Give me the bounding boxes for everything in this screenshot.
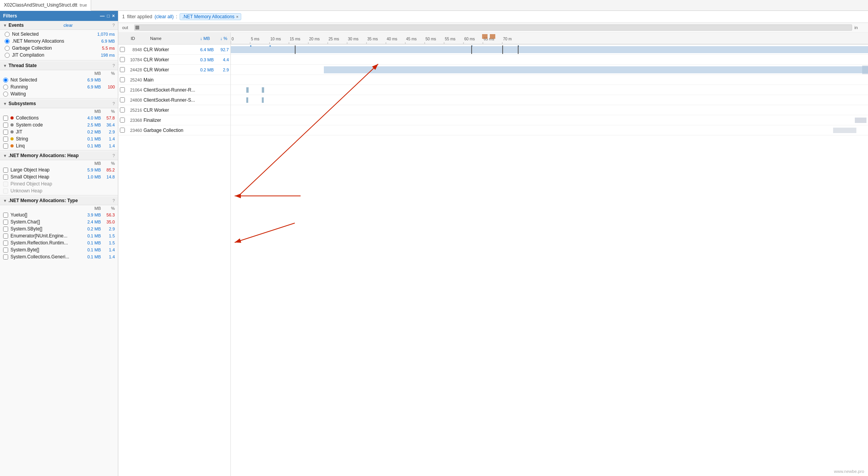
row-25216-check[interactable]	[120, 107, 125, 113]
out-slider[interactable]	[134, 24, 852, 31]
table-row[interactable]: 23368 Finalizer	[118, 115, 230, 125]
ts-waiting-radio[interactable]	[3, 92, 8, 97]
col-name-header[interactable]: Name	[150, 36, 185, 41]
table-row[interactable]: 24428 CLR Worker 0.2 MB 2.9	[118, 65, 230, 75]
ts-running-radio[interactable]	[3, 85, 8, 90]
heap-help-icon[interactable]: ?	[112, 153, 115, 158]
events-collapse-icon[interactable]: ▼	[3, 23, 7, 28]
event-not-selected-radio[interactable]	[5, 32, 10, 37]
table-row[interactable]: 8948 CLR Worker 6.4 MB 92.7	[118, 45, 230, 55]
table-row[interactable]: 25216 CLR Worker	[118, 105, 230, 115]
row-10784-check[interactable]	[120, 57, 125, 62]
event-gc-label: Garbage Collection	[12, 45, 91, 51]
event-jit-radio[interactable]	[5, 53, 10, 58]
row-21064-check[interactable]	[120, 87, 125, 92]
type-char-row[interactable]: System.Char[] 2.4 MB 35.0	[0, 218, 118, 225]
type-help-icon[interactable]: ?	[112, 198, 115, 203]
sub-string-check[interactable]	[3, 137, 8, 142]
table-row[interactable]: 23460 Garbage Collection	[118, 125, 230, 135]
events-section: Not Selected 1,070 ms .NET Memory Alloca…	[0, 30, 118, 59]
type-collections-row[interactable]: System.Collections.Generi... 0.1 MB 1.4	[0, 253, 118, 260]
type-yueluo-check[interactable]	[3, 213, 8, 218]
type-reflection-mb: 0.1 MB	[83, 241, 101, 245]
filter-clear-all[interactable]: (clear all)	[154, 14, 173, 19]
thread-state-help-icon[interactable]: ?	[112, 63, 115, 68]
tab-close-button[interactable]: true	[80, 3, 87, 7]
table-row[interactable]: 25240 Main	[118, 75, 230, 85]
ts-running-row[interactable]: Running 6.9 MB 100	[0, 83, 118, 90]
table-row[interactable]: 10784 CLR Worker 0.3 MB 4.4	[118, 55, 230, 65]
subsystems-section-header: ▼ Subsystems ?	[0, 99, 118, 108]
type-enumerator-mb: 0.1 MB	[83, 234, 101, 238]
sub-string-pct: 1.4	[103, 137, 115, 141]
heap-small-row[interactable]: Small Object Heap 1.0 MB 14.8	[0, 173, 118, 180]
type-collapse-icon[interactable]: ▼	[3, 199, 7, 203]
row-8948-check[interactable]	[120, 47, 125, 52]
minimize-icon[interactable]: —	[100, 13, 105, 19]
subsystems-help-icon[interactable]: ?	[112, 101, 115, 106]
row-23460-check[interactable]	[120, 128, 125, 133]
sub-collections-mb: 4.0 MB	[83, 116, 101, 120]
tab-main[interactable]: X02ClassAndStruct_UsingStruct.dtt true	[0, 0, 91, 11]
type-yueluo-pct: 56.3	[103, 213, 115, 217]
type-enumerator-check[interactable]	[3, 234, 8, 239]
type-reflection-row[interactable]: System.Reflection.Runtim... 0.1 MB 1.5	[0, 239, 118, 246]
type-yueluo-row[interactable]: Yueluo[] 3.9 MB 56.3	[0, 211, 118, 218]
sub-linq-row[interactable]: Linq 0.1 MB 1.4	[0, 142, 118, 149]
event-garbage-collection[interactable]: Garbage Collection 5.5 ms	[0, 45, 118, 52]
row-23368-name: Finalizer	[144, 118, 229, 123]
row-21064-name: ClientSocket-Runner-R...	[144, 87, 229, 93]
type-sbyte-check[interactable]	[3, 227, 8, 232]
ts-waiting-row[interactable]: Waiting	[0, 90, 118, 97]
svg-text:10 ms: 10 ms	[270, 37, 281, 41]
close-panel-icon[interactable]: ×	[112, 13, 115, 19]
col-id-header[interactable]: ID	[131, 36, 146, 41]
heap-large-check[interactable]	[3, 168, 8, 173]
sub-collections-row[interactable]: Collections 4.0 MB 57.8	[0, 114, 118, 121]
type-byte-check[interactable]	[3, 248, 8, 253]
event-net-memory-radio[interactable]	[5, 39, 10, 44]
sub-jit-check[interactable]	[3, 130, 8, 135]
events-clear-link[interactable]: clear	[64, 23, 73, 28]
row-23368-check[interactable]	[120, 118, 125, 123]
row-25240-check[interactable]	[120, 77, 125, 82]
heap-collapse-icon[interactable]: ▼	[3, 154, 7, 158]
filter-tag-close-button[interactable]: ×	[236, 14, 239, 19]
event-jit-label: JIT Compilation	[12, 52, 91, 58]
ts-not-selected-radio[interactable]	[3, 78, 8, 83]
sub-system-code-row[interactable]: System code 2.5 MB 36.4	[0, 121, 118, 128]
sub-string-row[interactable]: String 0.1 MB 1.4	[0, 135, 118, 142]
heap-large-row[interactable]: Large Object Heap 5.9 MB 85.2	[0, 166, 118, 173]
sub-collections-check[interactable]	[3, 116, 8, 121]
sub-system-code-check[interactable]	[3, 123, 8, 128]
subsystems-col-headers: MB %	[0, 108, 118, 114]
type-byte-row[interactable]: System.Byte[] 0.1 MB 1.4	[0, 246, 118, 253]
type-enumerator-row[interactable]: Enumerator[NUnit.Engine... 0.1 MB 1.5	[0, 232, 118, 239]
sub-linq-check[interactable]	[3, 144, 8, 149]
col-pct-header[interactable]: ↓ %	[214, 36, 227, 41]
event-gc-radio[interactable]	[5, 46, 10, 51]
type-reflection-check[interactable]	[3, 241, 8, 246]
heap-pinned-row: Pinned Object Heap	[0, 180, 118, 187]
events-help-icon[interactable]: ?	[112, 23, 115, 28]
filter-colon: :	[176, 14, 177, 19]
sub-jit-row[interactable]: JIT 0.2 MB 2.9	[0, 128, 118, 135]
row-24428-check[interactable]	[120, 67, 125, 72]
ts-not-selected-row[interactable]: Not Selected 6.9 MB	[0, 76, 118, 83]
subsystems-collapse-icon[interactable]: ▼	[3, 102, 7, 106]
type-sbyte-row[interactable]: System.SByte[] 0.2 MB 2.9	[0, 225, 118, 232]
col-mb-header[interactable]: ↓ MB	[188, 36, 210, 41]
heap-small-check[interactable]	[3, 175, 8, 180]
row-24808-check[interactable]	[120, 97, 125, 102]
event-net-memory[interactable]: .NET Memory Allocations 6.9 MB	[0, 38, 118, 45]
event-jit[interactable]: JIT Compilation 198 ms	[0, 52, 118, 59]
thread-state-collapse-icon[interactable]: ▼	[3, 64, 7, 68]
type-collections-label: System.Collections.Generi...	[10, 254, 81, 260]
type-collections-check[interactable]	[3, 254, 8, 260]
event-not-selected[interactable]: Not Selected 1,070 ms	[0, 31, 118, 38]
maximize-icon[interactable]: □	[107, 13, 110, 19]
type-char-check[interactable]	[3, 220, 8, 225]
in-label: in	[854, 25, 864, 30]
table-row[interactable]: 24808 ClientSocket-Runner-S...	[118, 95, 230, 105]
table-row[interactable]: 21064 ClientSocket-Runner-R...	[118, 85, 230, 95]
